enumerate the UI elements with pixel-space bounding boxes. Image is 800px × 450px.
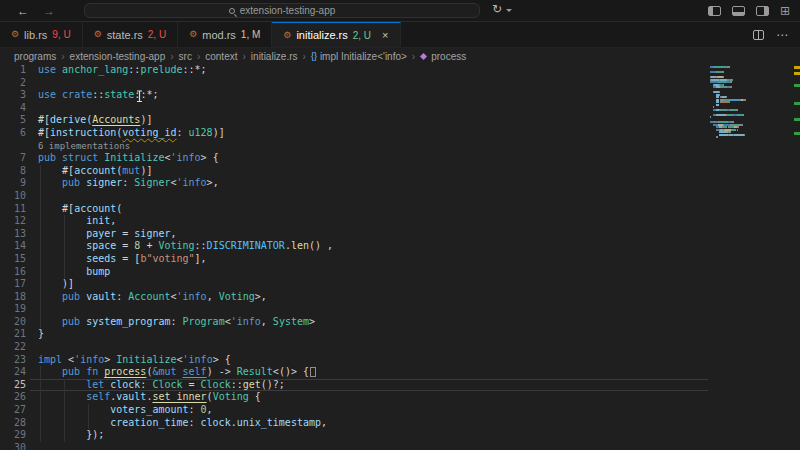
code-token: > bbox=[309, 316, 315, 327]
breadcrumb-item[interactable]: src bbox=[179, 51, 192, 62]
tab-initialize.rs[interactable]: ⚙initialize.rs2, U× bbox=[272, 22, 400, 47]
more-actions-icon[interactable]: ⋯ bbox=[776, 30, 788, 40]
code-line[interactable]: 16 bump bbox=[0, 266, 800, 279]
breadcrumb-item[interactable]: initialize.rs bbox=[251, 51, 298, 62]
tab-state.rs[interactable]: ⚙state.rs2, U bbox=[83, 22, 179, 47]
indent-guide bbox=[40, 190, 41, 203]
breadcrumb-item[interactable]: programs bbox=[14, 51, 56, 62]
code-line[interactable]: 27 voters_amount: 0, bbox=[0, 404, 800, 417]
line-number: 11 bbox=[0, 203, 30, 216]
line-number: 8 bbox=[0, 165, 30, 178]
code-line[interactable]: 26 self.vault.set_inner(Voting { bbox=[0, 391, 800, 404]
tab-lib.rs[interactable]: ⚙lib.rs9, U bbox=[0, 22, 83, 47]
reload-icon[interactable]: ↻ bbox=[492, 2, 502, 16]
breadcrumb-item[interactable]: process bbox=[420, 51, 466, 62]
code-token: : bbox=[122, 177, 134, 188]
indent-guide bbox=[64, 266, 65, 279]
code-line[interactable]: 21} bbox=[0, 328, 800, 341]
code-token: 'info bbox=[183, 354, 213, 365]
code-line[interactable]: 29 }); bbox=[0, 429, 800, 442]
breadcrumb-separator-icon: › bbox=[243, 51, 246, 62]
toggle-panel-icon[interactable] bbox=[732, 6, 745, 16]
code-line[interactable]: 7pub struct Initialize<'info> { bbox=[0, 152, 800, 165]
breadcrumb-separator-icon: › bbox=[170, 51, 173, 62]
code-token: account bbox=[74, 165, 116, 176]
code-token: seeds bbox=[38, 253, 116, 264]
indent-guide bbox=[64, 404, 65, 417]
close-tab-icon[interactable]: × bbox=[382, 29, 388, 41]
code-line[interactable]: 30 bbox=[0, 442, 800, 450]
code-line[interactable]: 13 payer = signer, bbox=[0, 228, 800, 241]
title-bar: ← → extension-testing-app ↻ ⊞ bbox=[0, 0, 800, 22]
code-line[interactable]: 5#[derive(Accounts)] bbox=[0, 114, 800, 127]
code-token: 'info bbox=[177, 291, 207, 302]
customize-layout-icon[interactable]: ⊞ bbox=[780, 6, 790, 16]
code-line[interactable]: 25 let clock: Clock = Clock::get()?; bbox=[0, 379, 800, 392]
code-line[interactable]: 20 pub system_program: Program<'info, Sy… bbox=[0, 316, 800, 329]
forward-icon[interactable]: → bbox=[43, 0, 55, 22]
code-lens[interactable]: 6 implementations bbox=[38, 141, 130, 151]
code-token: , bbox=[321, 417, 327, 428]
indent-guide bbox=[64, 417, 65, 430]
toggle-primary-sidebar-icon[interactable] bbox=[708, 6, 721, 16]
code-token: instruction bbox=[50, 127, 116, 138]
breadcrumb-item[interactable]: {}impl Initialize<'info> bbox=[311, 51, 407, 62]
code-editor[interactable]: 1use anchor_lang::prelude::*;23use crate… bbox=[0, 64, 800, 450]
breadcrumb-item[interactable]: extension-testing-app bbox=[70, 51, 166, 62]
code-token: clock bbox=[110, 379, 140, 390]
command-center-search[interactable]: extension-testing-app bbox=[84, 3, 480, 18]
toggle-secondary-sidebar-icon[interactable] bbox=[756, 6, 769, 16]
code-token: mut bbox=[122, 165, 140, 176]
code-line[interactable]: 4 bbox=[0, 102, 800, 115]
line-number: 27 bbox=[0, 404, 30, 417]
tab-mod.rs[interactable]: ⚙mod.rs1, M bbox=[178, 22, 272, 47]
indent-guide bbox=[40, 417, 41, 430]
code-line[interactable]: 17 )] bbox=[0, 278, 800, 291]
back-icon[interactable]: ← bbox=[17, 0, 29, 22]
code-line[interactable]: 18 pub vault: Account<'info, Voting>, bbox=[0, 291, 800, 304]
code-line[interactable]: 24 pub fn process(&mut self) -> Result<(… bbox=[0, 366, 800, 379]
indent-guide bbox=[40, 303, 41, 316]
line-number: 23 bbox=[0, 354, 30, 367]
code-line[interactable]: 14 space = 8 + Voting::DISCRIMINATOR.len… bbox=[0, 240, 800, 253]
code-line[interactable]: 3use crate::state::*; bbox=[0, 89, 800, 102]
breadcrumb-separator-icon: › bbox=[61, 51, 64, 62]
search-icon bbox=[229, 8, 235, 14]
code-token: prelude bbox=[140, 64, 182, 75]
minimap[interactable] bbox=[710, 66, 792, 141]
code-token: derive bbox=[50, 114, 86, 125]
code-token: : bbox=[189, 417, 201, 428]
tab-badge: 2, U bbox=[353, 30, 371, 41]
code-line[interactable]: 6 implementations bbox=[0, 140, 800, 153]
overview-mark bbox=[794, 66, 800, 69]
code-token: Voting bbox=[213, 391, 249, 402]
code-token: : bbox=[140, 379, 152, 390]
code-line[interactable]: 8 #[account(mut)] bbox=[0, 165, 800, 178]
code-line[interactable]: 11 #[account( bbox=[0, 203, 800, 216]
code-line[interactable]: 22 bbox=[0, 341, 800, 354]
breadcrumb-item[interactable]: context bbox=[205, 51, 237, 62]
code-line[interactable]: 9 pub signer: Signer<'info>, bbox=[0, 177, 800, 190]
code-token: > bbox=[104, 354, 116, 365]
code-line[interactable]: 15 seeds = [b"voting"], bbox=[0, 253, 800, 266]
code-lines: 1use anchor_lang::prelude::*;23use crate… bbox=[0, 64, 800, 450]
code-token: clock bbox=[201, 417, 231, 428]
breadcrumb-separator-icon: › bbox=[303, 51, 306, 62]
minimap-line bbox=[710, 139, 792, 142]
split-editor-icon[interactable] bbox=[753, 30, 764, 40]
code-line[interactable]: 19 bbox=[0, 303, 800, 316]
tab-label: initialize.rs bbox=[296, 29, 347, 41]
code-line[interactable]: 6#[instruction(voting_id: u128)] bbox=[0, 127, 800, 140]
reload-dropdown-icon[interactable] bbox=[506, 9, 512, 12]
code-token: b"voting" bbox=[140, 253, 194, 264]
code-line[interactable]: 23impl <'info> Initialize<'info> { bbox=[0, 354, 800, 367]
line-number: 30 bbox=[0, 442, 30, 450]
code-line[interactable]: 1use anchor_lang::prelude::*; bbox=[0, 64, 800, 77]
code-token: )] bbox=[38, 278, 74, 289]
code-line[interactable]: 10 bbox=[0, 190, 800, 203]
code-token: >, bbox=[207, 177, 219, 188]
code-line[interactable]: 12 init, bbox=[0, 215, 800, 228]
code-token: >, bbox=[255, 291, 267, 302]
code-line[interactable]: 2 bbox=[0, 77, 800, 90]
code-line[interactable]: 28 creation_time: clock.unix_timestamp, bbox=[0, 417, 800, 430]
